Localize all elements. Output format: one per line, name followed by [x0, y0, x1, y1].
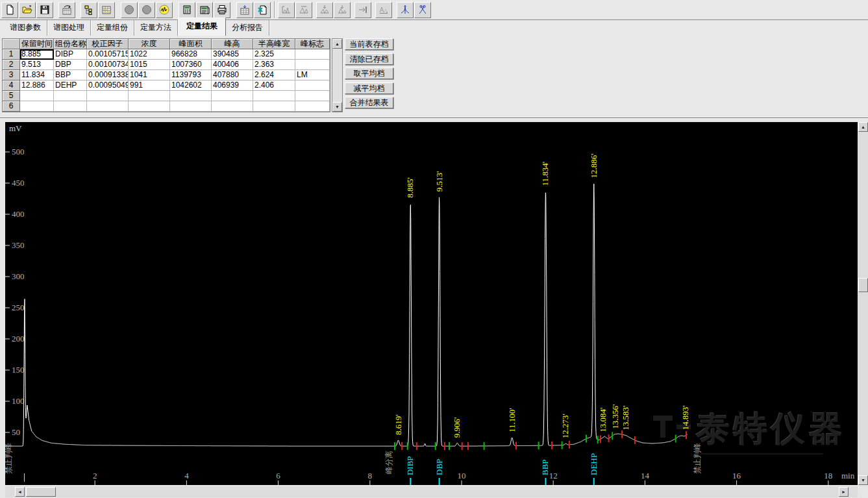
row-header[interactable]: 3 [3, 70, 20, 81]
table-cell[interactable] [212, 101, 253, 112]
channel-active-button[interactable] [156, 2, 173, 18]
baseline-range-button[interactable] [295, 2, 312, 18]
table-cell[interactable] [129, 91, 170, 101]
table-cell[interactable]: 1015 [129, 60, 170, 70]
table-cell[interactable] [295, 81, 330, 91]
table-cell[interactable]: 0.00105715 [87, 49, 129, 60]
table-cell[interactable] [54, 91, 87, 101]
table-cell[interactable]: 8.885 [20, 49, 54, 60]
take-average-button[interactable]: 取平均档 [345, 68, 393, 79]
peak-area-view-button[interactable] [375, 2, 392, 18]
row-header[interactable]: 2 [3, 60, 20, 70]
table-cell[interactable]: 2.363 [253, 60, 295, 70]
row-header[interactable]: 1 [3, 49, 20, 60]
force-peak-end-button[interactable] [334, 2, 351, 18]
scroll-right-icon[interactable]: ► [839, 487, 849, 497]
worktable-button[interactable] [58, 2, 75, 18]
table-cell[interactable]: 1007360 [170, 60, 212, 70]
scroll-up-icon[interactable]: ▲ [332, 39, 342, 49]
scroll-left-icon[interactable]: ◄ [15, 487, 25, 497]
quant-grid-button[interactable] [98, 2, 115, 18]
new-file-button[interactable] [1, 2, 18, 18]
table-cell[interactable] [212, 91, 253, 101]
table-cell[interactable]: 0.00100734 [87, 60, 129, 70]
table-cell[interactable] [20, 101, 54, 112]
vertical-scroll-thumb[interactable] [858, 278, 868, 292]
table-cell[interactable] [170, 91, 212, 101]
calc-report-button[interactable] [196, 2, 213, 18]
table-cell[interactable] [87, 101, 129, 112]
table-cell[interactable]: BBP [54, 70, 87, 81]
column-header[interactable]: 校正因子 [87, 39, 129, 49]
archive-current-button[interactable]: 当前表存档 [345, 38, 393, 50]
row-header[interactable]: 5 [3, 91, 20, 101]
scroll-up-icon[interactable]: ▲ [858, 122, 868, 132]
scroll-down-icon[interactable]: ▼ [332, 102, 342, 112]
table-cell[interactable]: 1042602 [170, 81, 212, 91]
calc-result-button[interactable] [179, 2, 195, 18]
table-cell[interactable]: 9.513 [20, 60, 54, 70]
table-cell[interactable] [295, 91, 330, 101]
table-cell[interactable]: 11.834 [20, 70, 54, 81]
table-cell[interactable]: 1041 [129, 70, 170, 81]
save-file-button[interactable] [36, 2, 53, 18]
table-cell[interactable]: 12.886 [20, 81, 54, 91]
chart-vertical-scrollbar[interactable]: ▲ ▼ [858, 122, 868, 485]
column-header[interactable]: 浓度 [129, 39, 170, 49]
table-cell[interactable]: 1022 [129, 49, 170, 60]
baseline-corner-button[interactable] [278, 2, 295, 18]
tab-spectrum-processing[interactable]: 谱图处理 [47, 20, 91, 36]
tab-quant-components[interactable]: 定量组份 [91, 20, 134, 36]
clear-archive-button[interactable]: 清除已存档 [345, 53, 393, 65]
open-file-button[interactable] [19, 2, 36, 18]
print-button[interactable] [214, 2, 230, 18]
tab-quant-method[interactable]: 定量方法 [134, 20, 178, 36]
table-cell[interactable]: 2.325 [253, 49, 295, 60]
tab-quant-results[interactable]: 定量结果 [178, 18, 226, 36]
table-cell[interactable]: 407880 [212, 70, 253, 81]
subtract-average-button[interactable]: 减平均档 [345, 82, 393, 94]
table-cell[interactable] [295, 49, 330, 60]
table-cell[interactable]: 0.00095049 [87, 81, 129, 91]
table-cell[interactable] [170, 101, 212, 112]
table-cell[interactable]: 406939 [212, 81, 253, 91]
channel-2-button[interactable] [138, 2, 155, 18]
copy-report-button[interactable] [254, 2, 271, 18]
table-cell[interactable]: 991 [129, 81, 170, 91]
tab-spectrum-params[interactable]: 谱图参数 [4, 20, 47, 36]
table-cell[interactable]: 390485 [212, 49, 253, 60]
component-tree-button[interactable] [81, 2, 97, 18]
manual-peak-split-button[interactable] [414, 2, 431, 18]
table-cell[interactable] [295, 60, 330, 70]
table-cell[interactable]: DEHP [54, 81, 87, 91]
horizontal-scroll-thumb[interactable] [26, 487, 56, 497]
column-header[interactable]: 保留时间 [20, 39, 54, 49]
row-header[interactable]: 4 [3, 81, 20, 91]
table-scrollbar[interactable]: ▲ ▼ [332, 38, 343, 112]
table-cell[interactable] [295, 101, 330, 112]
table-cell[interactable] [20, 91, 54, 101]
table-cell[interactable]: DIBP [54, 49, 87, 60]
table-cell[interactable]: 1139793 [170, 70, 212, 81]
chart-horizontal-scrollbar[interactable]: ◄ ► [5, 486, 858, 497]
scroll-down-icon[interactable]: ▼ [858, 475, 868, 485]
table-cell[interactable]: 966828 [170, 49, 212, 60]
column-header[interactable]: 峰高 [212, 39, 253, 49]
table-cell[interactable] [129, 101, 170, 112]
move-to-end-button[interactable] [354, 2, 371, 18]
table-cell[interactable] [253, 101, 295, 112]
table-cell[interactable] [253, 91, 295, 101]
force-peak-start-button[interactable] [316, 2, 333, 18]
merge-results-button[interactable]: 合并结果表 [345, 97, 393, 108]
channel-1-button[interactable] [121, 2, 138, 18]
column-header[interactable]: 半高峰宽 [253, 39, 295, 49]
column-header[interactable]: 组份名称 [54, 39, 87, 49]
table-cell[interactable] [54, 101, 87, 112]
table-cell[interactable]: 2.406 [253, 81, 295, 91]
table-cell[interactable]: DBP [54, 60, 87, 70]
column-header[interactable]: 峰面积 [170, 39, 212, 49]
column-header[interactable]: 峰标志 [295, 39, 330, 49]
table-cell[interactable]: 2.624 [253, 70, 295, 81]
save-to-table-button[interactable] [236, 2, 253, 18]
table-cell[interactable]: 400406 [212, 60, 253, 70]
